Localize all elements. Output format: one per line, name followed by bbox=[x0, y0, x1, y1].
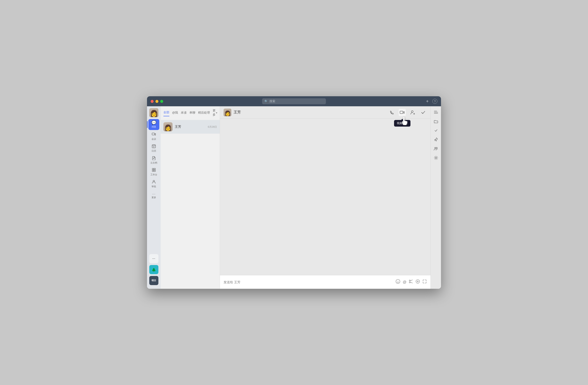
tomorrow-label: 明日 bbox=[151, 279, 156, 282]
right-sidebar bbox=[431, 106, 441, 289]
meetings-label: 会议 bbox=[151, 137, 156, 141]
sidebar-item-more[interactable]: ··· 更多 bbox=[148, 190, 159, 201]
tab-later[interactable]: 稍后处理 bbox=[198, 111, 210, 116]
workspace-icon bbox=[152, 168, 156, 173]
svg-point-9 bbox=[411, 111, 413, 113]
titlebar: 🔍 搜索 + ? bbox=[147, 96, 441, 106]
chat-messages bbox=[220, 119, 431, 275]
tab-more[interactable]: 更多 ▾ bbox=[213, 109, 217, 118]
workspace-label: 工作台 bbox=[150, 173, 157, 176]
approval-label: 审批 bbox=[151, 185, 156, 188]
search-icon: 🔍 bbox=[264, 100, 268, 103]
main-layout: 👩 💬 消息 会议 bbox=[147, 106, 441, 289]
close-button[interactable] bbox=[151, 100, 154, 103]
tree-icon: 🌲 bbox=[151, 268, 156, 272]
conv-info-wangfang: 王芳 bbox=[175, 125, 206, 129]
conversation-tabs: 全部 @我 未读 单聊 稍后处理 更多 ▾ bbox=[161, 106, 220, 118]
calendar-label: 日历 bbox=[151, 149, 156, 153]
messages-icon: 💬 bbox=[151, 121, 156, 125]
right-group-button[interactable] bbox=[432, 145, 440, 152]
conversation-list: 全部 @我 未读 单聊 稍后处理 更多 ▾ 👩 王芳 bbox=[161, 106, 220, 289]
svg-point-11 bbox=[397, 281, 398, 281]
checkmark-button[interactable] bbox=[420, 109, 427, 116]
tab-unread[interactable]: 未读 bbox=[181, 111, 187, 116]
nav-sidebar: 👩 💬 消息 会议 bbox=[147, 106, 161, 289]
conversation-item-wangfang[interactable]: 👩 王芳 6月28日 bbox=[161, 120, 220, 134]
conv-name: 王芳 bbox=[175, 125, 206, 129]
nav-bottom: ··· 🌲 明日 bbox=[149, 254, 158, 287]
help-button[interactable]: ? bbox=[432, 99, 437, 104]
search-placeholder: 搜索 bbox=[269, 99, 275, 103]
nav-item-messages-wrapper: 💬 消息 bbox=[147, 119, 161, 130]
user-avatar[interactable]: 👩 bbox=[149, 108, 158, 117]
tab-at[interactable]: @我 bbox=[172, 111, 178, 116]
docs-label: 云文档 bbox=[150, 161, 157, 164]
right-pin-button[interactable] bbox=[432, 136, 440, 143]
chat-area: 👩 王芳 bbox=[220, 106, 431, 289]
titlebar-right: + ? bbox=[426, 99, 437, 104]
conv-date: 6月28日 bbox=[208, 125, 217, 129]
bottom-tomorrow-button[interactable]: 明日 bbox=[149, 276, 158, 285]
svg-rect-0 bbox=[152, 133, 154, 135]
svg-point-14 bbox=[409, 280, 410, 281]
svg-point-19 bbox=[435, 157, 437, 159]
svg-rect-16 bbox=[437, 111, 438, 112]
svg-point-18 bbox=[436, 147, 437, 149]
add-button[interactable]: + bbox=[426, 99, 429, 104]
bottom-dots-button[interactable]: ··· bbox=[149, 254, 158, 263]
approval-icon bbox=[152, 180, 156, 184]
scissors-button[interactable] bbox=[409, 279, 413, 285]
svg-rect-4 bbox=[154, 168, 155, 170]
right-settings-button[interactable] bbox=[432, 154, 440, 161]
sidebar-item-docs[interactable]: 云文档 bbox=[148, 155, 159, 166]
minimize-button[interactable] bbox=[155, 100, 158, 103]
chat-input-icons: @ bbox=[396, 279, 427, 285]
chat-input-area: @ bbox=[220, 275, 431, 289]
app-window: 🔍 搜索 + ? 👩 💬 消息 bbox=[147, 96, 441, 289]
meetings-icon bbox=[152, 132, 156, 137]
tab-single[interactable]: 单聊 bbox=[189, 111, 195, 116]
messages-label: 消息 bbox=[151, 125, 156, 128]
add-contact-button[interactable] bbox=[409, 109, 416, 116]
svg-rect-3 bbox=[152, 168, 154, 170]
conv-avatar-wangfang: 👩 bbox=[163, 122, 172, 131]
sidebar-item-approval[interactable]: 审批 bbox=[148, 178, 159, 189]
voice-call-button[interactable] bbox=[388, 109, 396, 116]
traffic-lights bbox=[151, 100, 163, 103]
more-label: 更多 bbox=[151, 196, 156, 199]
video-call-button[interactable]: 视频通话 bbox=[399, 109, 406, 116]
calendar-icon: 16 bbox=[152, 144, 156, 149]
sidebar-item-calendar[interactable]: 16 日历 bbox=[148, 143, 159, 154]
chevron-down-icon: ▾ bbox=[216, 112, 217, 114]
svg-text:16: 16 bbox=[153, 146, 154, 148]
right-list-button[interactable] bbox=[432, 109, 440, 116]
chat-header-actions: 视频通话 bbox=[388, 109, 427, 116]
svg-rect-6 bbox=[154, 170, 155, 172]
expand-button[interactable] bbox=[422, 279, 427, 285]
bottom-tree-button[interactable]: 🌲 bbox=[149, 265, 158, 274]
chat-header: 👩 王芳 bbox=[220, 106, 431, 119]
search-bar[interactable]: 🔍 搜索 bbox=[262, 98, 326, 104]
at-button[interactable]: @ bbox=[403, 280, 406, 284]
dots-icon: ··· bbox=[152, 257, 155, 260]
svg-rect-5 bbox=[152, 170, 154, 172]
chat-input[interactable] bbox=[224, 280, 393, 284]
emoji-button[interactable] bbox=[396, 279, 400, 285]
svg-point-10 bbox=[396, 279, 400, 284]
fullscreen-button[interactable] bbox=[160, 100, 163, 103]
sidebar-item-workspace[interactable]: 工作台 bbox=[148, 166, 159, 178]
svg-point-17 bbox=[435, 147, 436, 149]
docs-icon bbox=[152, 156, 156, 161]
svg-rect-8 bbox=[400, 111, 403, 113]
sidebar-item-messages[interactable]: 💬 消息 bbox=[148, 119, 159, 130]
svg-point-12 bbox=[398, 281, 399, 281]
tab-more-label: 更多 bbox=[213, 109, 216, 117]
more-icon: ··· bbox=[152, 192, 156, 195]
add-attachment-button[interactable] bbox=[416, 279, 420, 285]
sidebar-item-meetings[interactable]: 会议 bbox=[148, 131, 159, 142]
right-folder-button[interactable] bbox=[432, 118, 440, 125]
chat-header-name: 王芳 bbox=[234, 110, 241, 115]
right-check-button[interactable] bbox=[432, 127, 440, 134]
tab-all[interactable]: 全部 bbox=[163, 110, 169, 116]
chat-header-avatar: 👩 bbox=[224, 109, 231, 116]
